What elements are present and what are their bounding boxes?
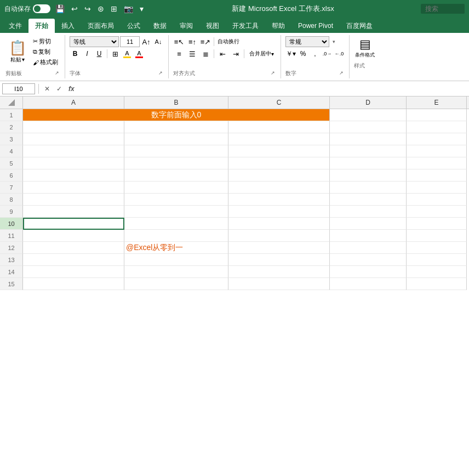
formula-input[interactable] xyxy=(79,83,467,94)
cell-4d[interactable] xyxy=(330,145,407,157)
cell-14a[interactable] xyxy=(23,266,124,278)
underline-button[interactable]: U xyxy=(94,48,105,59)
align-top-right-button[interactable]: ≡↗ xyxy=(199,36,211,47)
align-top-center-button[interactable]: ≡↑ xyxy=(186,36,198,47)
tab-formula[interactable]: 公式 xyxy=(121,19,147,33)
redo-icon[interactable]: ↪ xyxy=(83,3,93,14)
tab-help[interactable]: 帮助 xyxy=(265,19,291,33)
font-expand[interactable]: ↗ xyxy=(157,70,164,76)
cell-2b[interactable] xyxy=(124,121,228,133)
number-format-expand[interactable]: ▾ xyxy=(330,38,337,45)
cell-9a[interactable] xyxy=(23,206,124,218)
percent-button[interactable]: % xyxy=(298,48,308,59)
cell-9e[interactable] xyxy=(407,206,467,218)
cell-10d[interactable] xyxy=(330,218,407,230)
cell-11a[interactable] xyxy=(23,230,124,242)
cell-14e[interactable] xyxy=(407,266,467,278)
font-color-button[interactable]: A xyxy=(134,48,145,59)
cell-5e[interactable] xyxy=(407,157,467,169)
cell-6d[interactable] xyxy=(330,169,407,182)
cell-13c[interactable] xyxy=(228,254,330,266)
cell-11e[interactable] xyxy=(407,230,467,242)
formula-confirm-icon[interactable]: ✓ xyxy=(54,85,64,93)
tab-dev[interactable]: 开发工具 xyxy=(226,19,265,33)
merge-center-button[interactable]: 合并居中▾ xyxy=(247,48,276,59)
cell-3b[interactable] xyxy=(124,133,228,145)
cell-ref-input[interactable] xyxy=(2,83,35,94)
cell-11c[interactable] xyxy=(228,230,330,242)
align-top-left-button[interactable]: ≡↖ xyxy=(173,36,185,47)
dec-decrease-button[interactable]: ←.0 xyxy=(334,48,345,59)
format-painter-button[interactable]: 🖌 格式刷 xyxy=(31,58,60,67)
cell-12e[interactable] xyxy=(407,242,467,254)
dec-increase-button[interactable]: .0→ xyxy=(322,48,333,59)
cell-1d[interactable] xyxy=(330,109,407,121)
font-size-down-button[interactable]: A↓ xyxy=(153,36,164,47)
table-icon[interactable]: ⊞ xyxy=(109,3,119,14)
wrap-text-button[interactable]: 自动换行 xyxy=(216,36,241,47)
cell-13e[interactable] xyxy=(407,254,467,266)
formula-fx-icon[interactable]: fx xyxy=(66,85,77,93)
tab-review[interactable]: 审阅 xyxy=(173,19,199,33)
currency-button[interactable]: ￥▾ xyxy=(285,48,296,59)
cell-15c[interactable] xyxy=(228,278,330,290)
cell-7b[interactable] xyxy=(124,182,228,194)
clipboard-expand[interactable]: ↗ xyxy=(54,70,60,76)
cell-6c[interactable] xyxy=(228,169,330,182)
row-num-15[interactable]: 15 xyxy=(0,278,23,290)
cell-4c[interactable] xyxy=(228,145,330,157)
row-num-3[interactable]: 3 xyxy=(0,133,23,145)
tab-powerpivot[interactable]: Power Pivot xyxy=(291,19,340,33)
row-num-9[interactable]: 9 xyxy=(0,206,23,218)
row-num-7[interactable]: 7 xyxy=(0,182,23,194)
tab-layout[interactable]: 页面布局 xyxy=(81,19,121,33)
cell-6b[interactable] xyxy=(124,169,228,182)
search-input[interactable] xyxy=(421,4,465,14)
cell-5b[interactable] xyxy=(124,157,228,169)
alignment-expand[interactable]: ↗ xyxy=(270,70,276,76)
col-header-c[interactable]: C xyxy=(228,97,330,109)
cell-5a[interactable] xyxy=(23,157,124,169)
indent-increase-button[interactable]: ⇥ xyxy=(230,48,242,59)
cell-11d[interactable] xyxy=(330,230,407,242)
cell-3d[interactable] xyxy=(330,133,407,145)
align-center-button[interactable]: ☰ xyxy=(186,48,198,59)
cell-6e[interactable] xyxy=(407,169,467,182)
align-left-button[interactable]: ≡ xyxy=(173,48,185,59)
italic-button[interactable]: I xyxy=(82,48,93,59)
cell-14d[interactable] xyxy=(330,266,407,278)
cell-3c[interactable] xyxy=(228,133,330,145)
formula-cancel-icon[interactable]: ✕ xyxy=(42,85,52,93)
cell-7c[interactable] xyxy=(228,182,330,194)
copy-button[interactable]: ⧉ 复制 xyxy=(31,47,60,56)
cell-7a[interactable] xyxy=(23,182,124,194)
select-all-icon[interactable] xyxy=(8,99,15,106)
row-num-4[interactable]: 4 xyxy=(0,145,23,157)
cell-12d[interactable] xyxy=(330,242,407,254)
autosave-toggle[interactable] xyxy=(33,4,50,13)
cell-8c[interactable] xyxy=(228,194,330,206)
border-button[interactable]: ⊞ xyxy=(110,48,121,59)
tab-baidu[interactable]: 百度网盘 xyxy=(340,19,379,33)
cell-10b[interactable] xyxy=(124,218,228,230)
cell-15b[interactable] xyxy=(124,278,228,290)
font-size-input[interactable] xyxy=(120,36,140,47)
tab-view[interactable]: 视图 xyxy=(199,19,226,33)
cell-5d[interactable] xyxy=(330,157,407,169)
row-num-14[interactable]: 14 xyxy=(0,266,23,278)
cell-7d[interactable] xyxy=(330,182,407,194)
cell-5c[interactable] xyxy=(228,157,330,169)
more-icon[interactable]: ▾ xyxy=(138,3,145,14)
cell-14b[interactable] xyxy=(124,266,228,278)
bold-button[interactable]: B xyxy=(70,48,81,59)
cell-10e[interactable] xyxy=(407,218,467,230)
cell-8b[interactable] xyxy=(124,194,228,206)
cell-8d[interactable] xyxy=(330,194,407,206)
cell-10c[interactable] xyxy=(228,218,330,230)
cell-8a[interactable] xyxy=(23,194,124,206)
cell-4a[interactable] xyxy=(23,145,124,157)
cell-12a[interactable] xyxy=(23,242,124,254)
cell-15d[interactable] xyxy=(330,278,407,290)
row-num-1[interactable]: 1 xyxy=(0,109,23,121)
font-size-up-button[interactable]: A↑ xyxy=(141,36,152,47)
